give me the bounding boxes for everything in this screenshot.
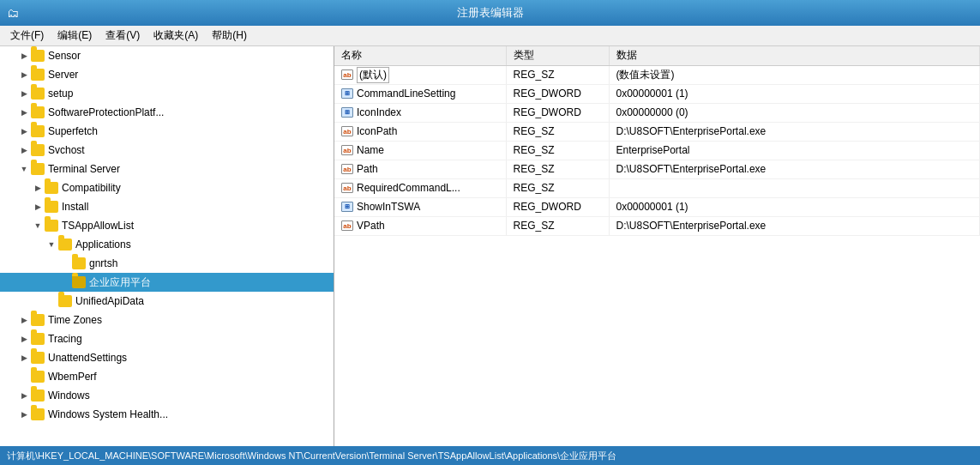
tree-label: Install (62, 201, 88, 213)
tree-label: TSAppAllowList (62, 220, 134, 232)
folder-icon (31, 50, 45, 62)
tree-item-server[interactable]: ▶ Server (0, 65, 334, 84)
tree-item-sensor[interactable]: ▶ Sensor (0, 46, 334, 65)
expand-icon[interactable]: ▶ (17, 68, 31, 82)
tree-label: UnattendSettings (48, 352, 127, 364)
expand-icon[interactable]: ▶ (31, 181, 45, 195)
expand-icon[interactable]: ▶ (17, 313, 31, 327)
reg-name: (默认) (357, 67, 389, 83)
tree-item-svchost[interactable]: ▶ Svchost (0, 141, 334, 160)
cell-type: REG_SZ (506, 65, 609, 84)
tree-item-setup[interactable]: ▶ setup (0, 84, 334, 103)
cell-data: 0x00000000 (0) (609, 103, 980, 122)
table-row[interactable]: abRequiredCommandL...REG_SZ (334, 178, 980, 197)
tree-content[interactable]: ▶ Sensor ▶ Server ▶ setup ▶ SoftwareProt… (0, 46, 334, 446)
tree-item-tracing[interactable]: ▶ Tracing (0, 329, 334, 348)
reg-sz-icon: ab (341, 145, 353, 155)
expand-icon[interactable]: ▶ (17, 408, 31, 421)
expand-icon[interactable]: ▶ (17, 49, 31, 63)
folder-icon (31, 106, 45, 118)
cell-name: ⊞CommandLineSetting (334, 84, 506, 103)
expand-icon[interactable]: ▶ (17, 389, 31, 402)
table-row[interactable]: abIconPathREG_SZD:\U8SOFT\EnterprisePort… (334, 122, 980, 141)
cell-name: abIconPath (334, 122, 506, 141)
tree-item-terminalserver[interactable]: ▼ Terminal Server (0, 160, 334, 178)
col-name: 名称 (334, 46, 506, 65)
tree-label: Compatibility (62, 182, 121, 194)
cell-data: D:\U8SOFT\EnterprisePortal.exe (609, 216, 980, 235)
cell-data (609, 178, 980, 197)
expand-icon[interactable]: ▶ (17, 143, 31, 157)
tree-item-install[interactable]: ▶ Install (0, 197, 334, 216)
tree-item-swprotect[interactable]: ▶ SoftwareProtectionPlatf... (0, 103, 334, 122)
expand-icon: ▶ (58, 275, 72, 289)
table-row[interactable]: ⊞CommandLineSettingREG_DWORD0x00000001 (… (334, 84, 980, 103)
menu-help[interactable]: 帮助(H) (205, 27, 254, 45)
expand-icon[interactable]: ▶ (17, 87, 31, 100)
main-content: ▶ Sensor ▶ Server ▶ setup ▶ SoftwareProt… (0, 46, 980, 446)
menu-edit[interactable]: 编辑(E) (51, 27, 99, 45)
tree-item-gnrtsh[interactable]: ▶ gnrtsh (0, 254, 334, 273)
tree-item-unifiedapi[interactable]: ▶ UnifiedApiData (0, 292, 334, 311)
expand-icon[interactable]: ▶ (17, 124, 31, 138)
table-row[interactable]: abVPathREG_SZD:\U8SOFT\EnterprisePortal.… (334, 216, 980, 235)
folder-icon-open (31, 163, 45, 175)
menu-file[interactable]: 文件(F) (3, 27, 51, 45)
cell-type: REG_DWORD (506, 197, 609, 216)
expand-icon[interactable]: ▼ (17, 162, 31, 176)
folder-icon (72, 257, 86, 269)
window-title: 注册表编辑器 (457, 5, 524, 21)
expand-icon: ▶ (45, 294, 58, 308)
table-row[interactable]: ⊞ShowInTSWAREG_DWORD0x00000001 (1) (334, 197, 980, 216)
cell-type: REG_SZ (506, 122, 609, 141)
table-row[interactable]: abNameREG_SZEnterprisePortal (334, 141, 980, 160)
table-row[interactable]: abPathREG_SZD:\U8SOFT\EnterprisePortal.e… (334, 160, 980, 178)
values-table[interactable]: 名称 类型 数据 ab(默认)REG_SZ(数值未设置)⊞CommandLine… (334, 46, 980, 446)
expand-icon[interactable]: ▶ (17, 106, 31, 119)
cell-type: REG_SZ (506, 216, 609, 235)
tree-item-compatibility[interactable]: ▶ Compatibility (0, 178, 334, 197)
expand-icon[interactable]: ▼ (45, 238, 58, 251)
tree-item-windows[interactable]: ▶ Windows (0, 386, 334, 405)
cell-data: (数值未设置) (609, 65, 980, 84)
reg-dword-icon: ⊞ (341, 202, 353, 212)
reg-name: ShowInTSWA (357, 201, 420, 213)
expand-icon[interactable]: ▶ (17, 351, 31, 365)
folder-icon-open (45, 220, 58, 232)
expand-icon[interactable]: ▶ (17, 332, 31, 346)
app-icon: 🗂 (7, 6, 19, 20)
expand-icon: ▶ (58, 257, 72, 270)
reg-sz-icon: ab (341, 69, 353, 80)
tree-item-applications[interactable]: ▼ Applications (0, 235, 334, 254)
tree-item-wbemperf[interactable]: ▶ WbemPerf (0, 367, 334, 386)
menu-favorites[interactable]: 收藏夹(A) (147, 27, 205, 45)
tree-item-windowssyshealth[interactable]: ▶ Windows System Health... (0, 405, 334, 424)
tree-label: Superfetch (48, 125, 98, 137)
reg-name: CommandLineSetting (357, 88, 455, 100)
tree-item-timezones[interactable]: ▶ Time Zones (0, 311, 334, 329)
tree-label: 企业应用平台 (89, 275, 151, 290)
cell-data: 0x00000001 (1) (609, 197, 980, 216)
table-row[interactable]: ab(默认)REG_SZ(数值未设置) (334, 65, 980, 84)
tree-item-unattendsettings[interactable]: ▶ UnattendSettings (0, 348, 334, 367)
menu-view[interactable]: 查看(V) (99, 27, 147, 45)
reg-name: VPath (357, 220, 385, 232)
expand-icon[interactable]: ▶ (31, 200, 45, 214)
reg-sz-icon: ab (341, 220, 353, 231)
tree-item-superfetch[interactable]: ▶ Superfetch (0, 122, 334, 141)
tree-label: gnrtsh (89, 257, 117, 269)
tree-item-enterprise[interactable]: ▶ 企业应用平台 (0, 273, 334, 292)
table-row[interactable]: ⊞IconIndexREG_DWORD0x00000000 (0) (334, 103, 980, 122)
cell-type: REG_SZ (506, 141, 609, 160)
tree-label: Svchost (48, 144, 85, 156)
cell-type: REG_SZ (506, 178, 609, 197)
tree-item-tsappallowlist[interactable]: ▼ TSAppAllowList (0, 216, 334, 235)
folder-icon (45, 182, 58, 194)
reg-dword-icon: ⊞ (341, 88, 353, 99)
folder-icon (31, 352, 45, 364)
folder-icon (31, 408, 45, 420)
folder-icon (31, 144, 45, 156)
expand-icon[interactable]: ▼ (31, 219, 45, 232)
tree-label: Server (48, 69, 78, 81)
folder-icon (58, 295, 72, 307)
